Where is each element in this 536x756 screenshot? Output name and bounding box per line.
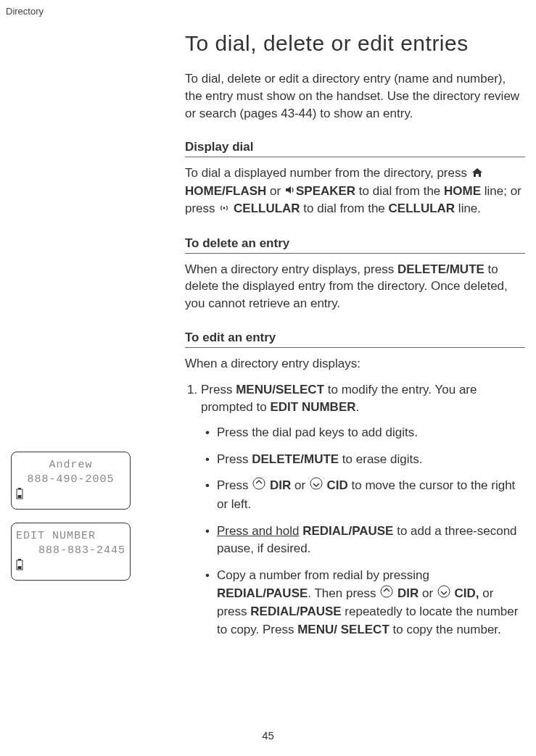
redial-pause-b: PAUSE bbox=[352, 524, 393, 538]
lcd-entry-name: Andrew bbox=[16, 458, 125, 473]
battery-icon bbox=[16, 559, 23, 574]
text: or bbox=[266, 184, 284, 198]
cid-label-2: CID, bbox=[455, 586, 479, 600]
menu-select-2b: SELECT bbox=[341, 623, 389, 636]
menu-select-2a: MENU/ bbox=[297, 623, 337, 636]
edit-steps-list: Press MENU/SELECT to modify the entry. Y… bbox=[185, 381, 525, 639]
home-line-label: HOME bbox=[444, 184, 481, 198]
bullet-add-pause: Press and hold REDIAL/PAUSE to add a thr… bbox=[205, 523, 525, 558]
main-content: To dial, delete or edit entries To dial,… bbox=[156, 31, 525, 647]
delete-mute-b2: /MUTE bbox=[300, 452, 339, 466]
battery-icon bbox=[16, 488, 23, 503]
text: line. bbox=[455, 202, 481, 215]
text: to dial from the bbox=[300, 202, 389, 215]
home-icon bbox=[471, 165, 483, 183]
bullet-add-digits: Press the dial pad keys to add digits. bbox=[205, 424, 525, 442]
press-hold-text: Press and hold bbox=[217, 524, 299, 538]
svg-point-10 bbox=[438, 586, 450, 597]
text: Press bbox=[217, 452, 252, 466]
text: to copy the number. bbox=[389, 623, 501, 636]
breadcrumb: Directory bbox=[0, 0, 536, 17]
section-header-display-dial: Display dial bbox=[185, 140, 525, 157]
nav-up-icon bbox=[380, 585, 393, 604]
text: . Then press bbox=[308, 586, 379, 600]
text: Copy a number from redial by pressing bbox=[217, 568, 429, 582]
delete-mute-a: DELETE bbox=[397, 262, 446, 276]
svg-point-7 bbox=[253, 478, 265, 489]
svg-rect-5 bbox=[18, 566, 22, 569]
menu-select-a: MENU/ bbox=[236, 383, 276, 396]
edit-sub-bullets: Press the dial pad keys to add digits. P… bbox=[201, 424, 525, 639]
text: Press bbox=[201, 383, 236, 396]
home-flash-label-a: HOME bbox=[185, 184, 222, 198]
delete-mute-b: /MUTE bbox=[446, 262, 485, 276]
svg-rect-2 bbox=[18, 495, 22, 498]
text: to erase digits. bbox=[339, 452, 422, 466]
text: or bbox=[419, 586, 437, 600]
text: or bbox=[291, 479, 309, 493]
bullet-erase-digits: Press DELETE/MUTE to erase digits. bbox=[205, 451, 525, 469]
bullet-copy-redial: Copy a number from redial by pressing RE… bbox=[205, 567, 525, 639]
redial-pause-2b: /PAUSE bbox=[263, 586, 308, 600]
nav-up-icon bbox=[252, 477, 265, 496]
redial-pause-2a: REDIAL bbox=[217, 586, 263, 600]
svg-point-8 bbox=[310, 478, 322, 489]
page-title: To dial, delete or edit entries bbox=[185, 31, 525, 56]
dir-label: DIR bbox=[270, 479, 291, 493]
redial-pause-a: REDIAL/ bbox=[302, 524, 352, 538]
sidebar-illustrations: Andrew 888-490-2005 EDIT NUMBER 888-883-… bbox=[11, 31, 156, 647]
section-header-edit: To edit an entry bbox=[185, 331, 525, 348]
lcd-edit-label: EDIT NUMBER bbox=[16, 529, 125, 544]
nav-down-icon bbox=[310, 477, 323, 496]
menu-select-b: SELECT bbox=[276, 383, 324, 396]
dir-label-2: DIR bbox=[397, 586, 419, 600]
intro-paragraph: To dial, delete or edit a directory entr… bbox=[185, 70, 525, 122]
svg-point-6 bbox=[223, 207, 226, 209]
lcd-screen-entry: Andrew 888-490-2005 bbox=[11, 452, 131, 510]
redial-pause-3a: REDIAL bbox=[250, 605, 296, 618]
lcd-screen-edit: EDIT NUMBER 888-883-2445 bbox=[11, 523, 131, 581]
lcd-edit-number: 888-883-2445 bbox=[16, 544, 125, 558]
text: Press bbox=[217, 479, 252, 493]
text: . bbox=[356, 400, 360, 414]
section-header-delete: To delete an entry bbox=[185, 236, 525, 254]
section-body-delete: When a directory entry displays, press D… bbox=[185, 261, 525, 312]
text: to dial from the bbox=[355, 184, 444, 198]
redial-pause-3b: /PAUSE bbox=[297, 605, 342, 618]
speaker-label: SPEAKER bbox=[296, 184, 355, 198]
cid-label: CID bbox=[327, 479, 348, 493]
page-layout: Andrew 888-490-2005 EDIT NUMBER 888-883-… bbox=[0, 17, 536, 647]
nav-down-icon bbox=[437, 585, 450, 604]
text: When a directory entry displays, press bbox=[185, 262, 397, 276]
svg-point-9 bbox=[381, 586, 392, 597]
page-number: 45 bbox=[262, 729, 274, 742]
delete-mute-a2: DELETE bbox=[252, 452, 300, 466]
section-body-display-dial: To dial a displayed number from the dire… bbox=[185, 165, 525, 217]
home-flash-label-b: /FLASH bbox=[222, 184, 266, 198]
edit-lead: When a directory entry displays: bbox=[185, 355, 525, 373]
cellular-btn-label: CELLULAR bbox=[234, 202, 300, 215]
bullet-move-cursor: Press DIR or CID to move the cursor to t… bbox=[205, 477, 525, 513]
edit-number-label: EDIT NUMBER bbox=[270, 400, 355, 414]
speaker-icon bbox=[285, 183, 295, 200]
edit-step-1: Press MENU/SELECT to modify the entry. Y… bbox=[201, 381, 525, 639]
text: To dial a displayed number from the dire… bbox=[185, 166, 471, 180]
cellular-icon bbox=[219, 201, 229, 218]
lcd-entry-number: 888-490-2005 bbox=[16, 473, 125, 487]
cellular-line-label: CELLULAR bbox=[389, 202, 455, 215]
